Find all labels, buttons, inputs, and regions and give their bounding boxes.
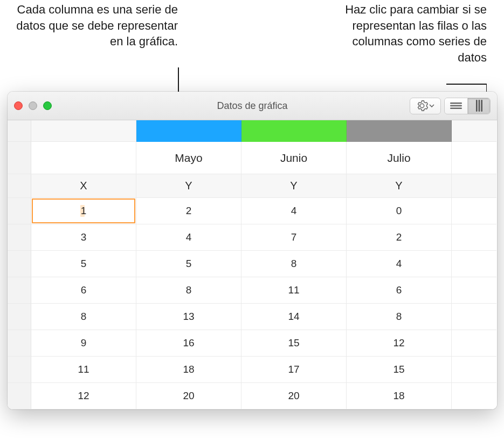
empty-cell	[452, 304, 496, 330]
toolbar-right	[410, 98, 491, 114]
data-cell[interactable]: 6	[347, 277, 452, 304]
data-cell[interactable]: 11	[31, 357, 136, 383]
empty-cell	[452, 251, 496, 277]
y-axis-header: Y	[241, 174, 347, 198]
data-cell[interactable]: 4	[136, 224, 241, 251]
series-color-swatch[interactable]	[241, 120, 347, 142]
y-axis-header: Y	[136, 174, 241, 198]
traffic-lights	[14, 101, 52, 110]
columns-icon	[475, 100, 484, 112]
data-cell[interactable]: 15	[241, 330, 347, 357]
plot-columns-button[interactable]	[467, 98, 490, 114]
series-name-cell[interactable]: Julio	[347, 142, 452, 174]
data-cell[interactable]: 2	[136, 198, 241, 224]
window-title: Datos de gráfica	[217, 100, 287, 112]
data-cell[interactable]: 5	[31, 251, 136, 277]
data-cell[interactable]: 0	[347, 198, 452, 224]
row-gutter	[8, 198, 31, 224]
window-titlebar: Datos de gráfica	[8, 92, 497, 120]
data-cell[interactable]: 8	[31, 304, 136, 330]
data-cell[interactable]: 8	[136, 277, 241, 304]
row-gutter	[8, 142, 31, 174]
svg-rect-5	[481, 100, 482, 112]
empty-cell	[452, 142, 496, 174]
data-row: 11 18 17 15	[8, 357, 497, 383]
data-row: 9 16 15 12	[8, 330, 497, 357]
data-cell[interactable]: 17	[241, 357, 347, 383]
data-cell[interactable]: 13	[136, 304, 241, 330]
axis-header-row: X Y Y Y	[8, 174, 497, 198]
row-gutter	[8, 277, 31, 304]
empty-cell	[452, 120, 496, 142]
rows-icon	[450, 101, 462, 110]
row-gutter	[8, 304, 31, 330]
chevron-down-icon	[429, 103, 434, 108]
plot-rows-button[interactable]	[445, 98, 467, 114]
data-cell[interactable]: 8	[241, 251, 347, 277]
row-gutter	[8, 224, 31, 251]
data-row: 5 5 8 4	[8, 251, 497, 277]
settings-button[interactable]	[410, 98, 441, 114]
data-row: 8 13 14 8	[8, 304, 497, 330]
data-cell[interactable]: 8	[347, 304, 452, 330]
data-cell[interactable]: 12	[347, 330, 452, 357]
data-cell[interactable]: 9	[31, 330, 136, 357]
empty-cell	[452, 277, 496, 304]
chart-data-window: Datos de gráfica	[8, 92, 497, 409]
data-cell[interactable]: 18	[136, 357, 241, 383]
data-cell[interactable]: 11	[241, 277, 347, 304]
data-cell[interactable]: 15	[347, 357, 452, 383]
empty-cell	[452, 383, 496, 409]
callout-series-column: Cada columna es una serie de datos que s…	[5, 2, 178, 50]
data-row: 6 8 11 6	[8, 277, 497, 304]
svg-rect-4	[478, 100, 480, 112]
series-color-swatch[interactable]	[136, 120, 241, 142]
data-cell[interactable]: 3	[31, 224, 136, 251]
row-gutter	[8, 330, 31, 357]
data-cell[interactable]: 4	[241, 198, 347, 224]
data-row: 3 4 7 2	[8, 224, 497, 251]
series-color-row	[8, 120, 497, 142]
close-button[interactable]	[14, 101, 23, 110]
series-name-row: Mayo Junio Julio	[8, 142, 497, 174]
empty-cell	[452, 330, 496, 357]
data-cell[interactable]: 5	[136, 251, 241, 277]
svg-rect-1	[450, 105, 462, 107]
row-gutter	[8, 357, 31, 383]
data-cell[interactable]: 7	[241, 224, 347, 251]
empty-cell	[452, 357, 496, 383]
data-cell[interactable]: 4	[347, 251, 452, 277]
data-cell[interactable]: 20	[136, 383, 241, 409]
data-cell[interactable]: 18	[347, 383, 452, 409]
data-cell[interactable]: 12	[31, 383, 136, 409]
row-gutter	[8, 120, 31, 142]
callout-series-toggle: Haz clic para cambiar si se representan …	[330, 2, 487, 66]
row-gutter	[8, 251, 31, 277]
svg-rect-0	[450, 102, 462, 104]
data-cell[interactable]: 20	[241, 383, 347, 409]
data-cell[interactable]: 16	[136, 330, 241, 357]
y-axis-header: Y	[347, 174, 452, 198]
gear-icon	[416, 100, 428, 112]
series-name-cell[interactable]: Junio	[241, 142, 347, 174]
series-color-swatch[interactable]	[347, 120, 452, 142]
data-row: 12 20 20 18	[8, 383, 497, 409]
row-gutter	[8, 383, 31, 409]
data-sheet: Mayo Junio Julio X Y Y Y 1 2 4 0	[8, 120, 497, 409]
empty-cell	[452, 224, 496, 251]
data-cell[interactable]: 14	[241, 304, 347, 330]
x-axis-header: X	[31, 174, 136, 198]
empty-cell	[452, 174, 496, 198]
empty-header-cell	[31, 120, 136, 142]
data-row: 1 2 4 0	[8, 198, 497, 224]
row-gutter	[8, 174, 31, 198]
zoom-button[interactable]	[43, 101, 52, 110]
series-name-cell[interactable]: Mayo	[136, 142, 241, 174]
data-cell[interactable]: 2	[347, 224, 452, 251]
svg-rect-3	[476, 100, 478, 112]
empty-cell	[452, 198, 496, 224]
empty-header-cell	[31, 142, 136, 174]
data-cell[interactable]: 1	[31, 198, 136, 224]
minimize-button[interactable]	[29, 101, 37, 110]
data-cell[interactable]: 6	[31, 277, 136, 304]
